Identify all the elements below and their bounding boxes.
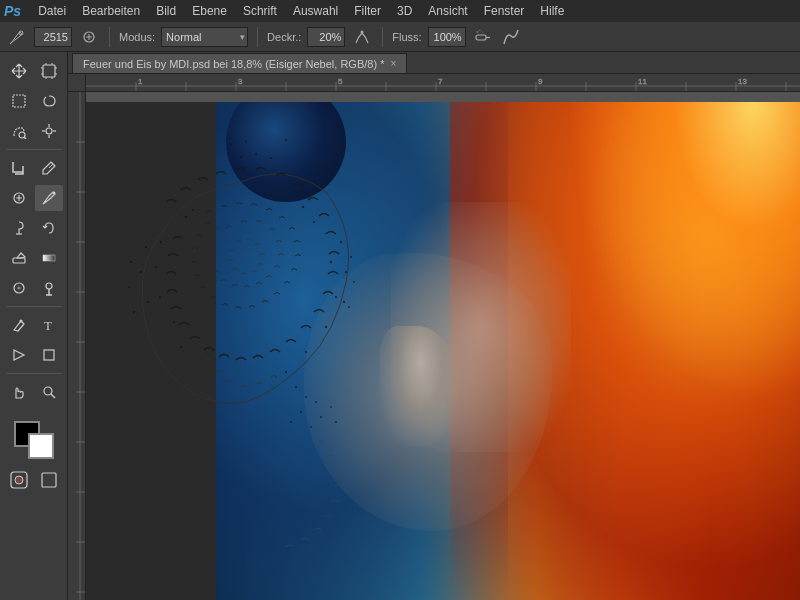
menu-ebene[interactable]: Ebene	[185, 2, 234, 20]
tool-row-6	[0, 213, 67, 243]
flow-input[interactable]	[428, 27, 466, 47]
svg-rect-29	[44, 350, 54, 360]
pen-tool[interactable]	[5, 312, 33, 338]
svg-rect-3	[476, 35, 486, 40]
opacity-input[interactable]	[307, 27, 345, 47]
menu-3d[interactable]: 3D	[390, 2, 419, 20]
svg-point-27	[19, 320, 22, 323]
hand-tool[interactable]	[5, 379, 33, 405]
tool-row-11	[0, 377, 67, 407]
menu-schrift[interactable]: Schrift	[236, 2, 284, 20]
svg-text:7: 7	[438, 77, 443, 86]
tab-title: Feuer und Eis by MDI.psd bei 18,8% (Eisi…	[83, 58, 384, 70]
svg-line-11	[24, 137, 26, 139]
menu-fenster[interactable]: Fenster	[477, 2, 532, 20]
svg-point-19	[52, 192, 55, 195]
svg-rect-58	[68, 92, 86, 600]
airbrush-btn[interactable]	[472, 26, 494, 48]
ruler-horizontal: 1 3 5 7 9 11 13	[86, 74, 800, 92]
tool-sep-3	[6, 373, 62, 374]
separator-1	[109, 27, 110, 47]
artboard-tool[interactable]	[35, 58, 63, 84]
flow-label: Fluss:	[392, 31, 421, 43]
svg-point-33	[15, 476, 23, 484]
menu-filter[interactable]: Filter	[347, 2, 388, 20]
tool-row-3	[0, 116, 67, 146]
marquee-tool[interactable]	[5, 88, 33, 114]
menu-hilfe[interactable]: Hilfe	[533, 2, 571, 20]
svg-text:11: 11	[638, 77, 647, 86]
svg-rect-34	[42, 473, 56, 487]
canvas-scroll[interactable]: 1 3 5 7 9 11 13	[68, 74, 800, 600]
zoom-tool[interactable]	[35, 379, 63, 405]
shape-tool[interactable]	[35, 342, 63, 368]
dodge-tool[interactable]	[35, 275, 63, 301]
brush-tool active[interactable]	[35, 185, 63, 211]
tab-bar: Feuer und Eis by MDI.psd bei 18,8% (Eisi…	[68, 52, 800, 74]
tool-row-2	[0, 86, 67, 116]
svg-rect-9	[13, 95, 25, 107]
history-brush-tool[interactable]	[35, 215, 63, 241]
magic-wand-tool[interactable]	[35, 118, 63, 144]
opacity-label: Deckr.:	[267, 31, 301, 43]
svg-point-16	[46, 128, 52, 134]
svg-text:13: 13	[738, 77, 747, 86]
svg-line-17	[49, 164, 53, 168]
ps-logo: Ps	[4, 3, 21, 19]
tool-row-5	[0, 183, 67, 213]
eraser-tool[interactable]	[5, 245, 33, 271]
text-tool[interactable]: T	[35, 312, 63, 338]
stamp-tool[interactable]	[5, 215, 33, 241]
tool-row-mode	[0, 465, 67, 495]
brush-size-input[interactable]	[34, 27, 72, 47]
screen-mode-btn[interactable]	[35, 467, 63, 493]
svg-point-30	[44, 387, 52, 395]
svg-rect-8	[43, 65, 55, 77]
tool-sep-2	[6, 306, 62, 307]
path-selection-tool[interactable]	[5, 342, 33, 368]
blur-tool[interactable]	[5, 275, 33, 301]
menu-bild[interactable]: Bild	[149, 2, 183, 20]
svg-point-24	[46, 283, 52, 289]
tool-row-1	[0, 56, 67, 86]
tool-row-10	[0, 340, 67, 370]
ruler-corner	[68, 74, 86, 92]
fire-top-glow	[566, 102, 800, 401]
spot-healing-tool[interactable]	[5, 185, 33, 211]
menu-datei[interactable]: Datei	[31, 2, 73, 20]
mode-select[interactable]: Normal Multiplizieren Bildschirm	[161, 27, 248, 47]
canvas-area: Feuer und Eis by MDI.psd bei 18,8% (Eisi…	[68, 52, 800, 600]
main-workspace: T	[0, 52, 800, 600]
tab-close-btn[interactable]: ×	[390, 58, 396, 69]
gradient-tool[interactable]	[35, 245, 63, 271]
menu-bar: Ps Datei Bearbeiten Bild Ebene Schrift A…	[0, 0, 800, 22]
mode-dropdown-wrapper: Normal Multiplizieren Bildschirm	[161, 27, 248, 47]
lasso-tool[interactable]	[35, 88, 63, 114]
image-wrapper	[86, 92, 800, 600]
tool-row-9: T	[0, 310, 67, 340]
opacity-pressure-btn[interactable]	[351, 26, 373, 48]
separator-2	[257, 27, 258, 47]
menu-ansicht[interactable]: Ansicht	[421, 2, 474, 20]
brush-preset-picker[interactable]	[78, 26, 100, 48]
eyedropper-tool[interactable]	[35, 155, 63, 181]
svg-text:3: 3	[238, 77, 243, 86]
svg-rect-21	[13, 258, 25, 263]
canvas-dark-left	[86, 102, 216, 600]
menu-auswahl[interactable]: Auswahl	[286, 2, 345, 20]
document-tab[interactable]: Feuer und Eis by MDI.psd bei 18,8% (Eisi…	[72, 53, 407, 73]
crop-tool[interactable]	[5, 155, 33, 181]
tool-sep-1	[6, 149, 62, 150]
tools-panel: T	[0, 52, 68, 600]
quick-mask-btn[interactable]	[5, 467, 33, 493]
quick-selection-tool[interactable]	[5, 118, 33, 144]
move-tool[interactable]	[5, 58, 33, 84]
menu-bearbeiten[interactable]: Bearbeiten	[75, 2, 147, 20]
brush-icon	[6, 26, 28, 48]
svg-point-6	[479, 29, 481, 31]
background-color[interactable]	[28, 433, 54, 459]
smoothing-btn[interactable]	[500, 26, 522, 48]
tool-row-8	[0, 273, 67, 303]
mode-label: Modus:	[119, 31, 155, 43]
svg-rect-35	[86, 74, 800, 92]
